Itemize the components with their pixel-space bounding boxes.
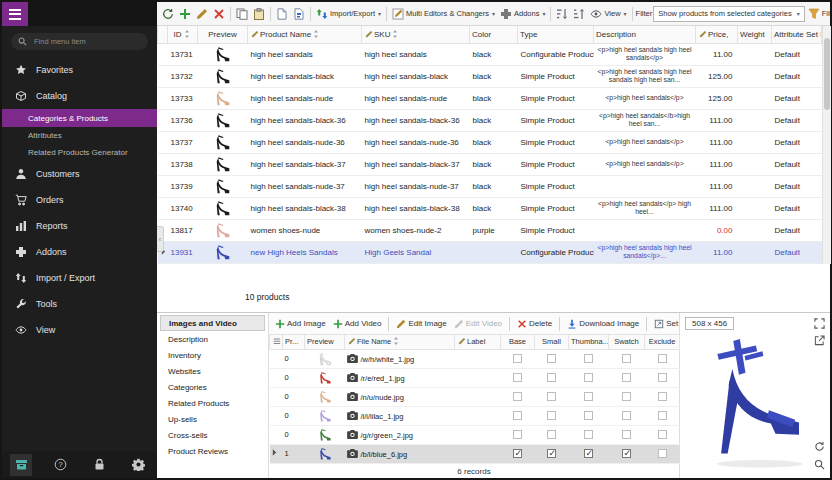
small-checkbox[interactable] bbox=[547, 411, 556, 420]
menu-toggle-button[interactable] bbox=[2, 2, 28, 26]
swatch-checkbox[interactable] bbox=[622, 354, 631, 363]
column-header-label[interactable]: Label bbox=[455, 335, 501, 349]
column-header-select[interactable] bbox=[270, 335, 283, 349]
image-row[interactable]: 1/b/l/blue_6.jpg bbox=[270, 444, 680, 463]
edit-image-button[interactable]: Edit Image bbox=[394, 317, 448, 331]
product-row[interactable]: 13736high heel sandals-black-36high heel… bbox=[158, 109, 822, 131]
detail-tab-product-reviews[interactable]: Product Reviews bbox=[160, 443, 265, 459]
base-checkbox[interactable] bbox=[513, 373, 522, 382]
rotate-icon[interactable] bbox=[814, 441, 825, 452]
product-row[interactable]: 13740high heel sandals-black-38high heel… bbox=[158, 197, 822, 219]
swatch-checkbox[interactable] bbox=[622, 449, 631, 458]
column-header-desc[interactable]: Description bbox=[594, 26, 696, 43]
sidebar-collapse-handle[interactable]: ‹ bbox=[157, 226, 164, 252]
column-header-type[interactable]: Type bbox=[518, 26, 594, 43]
detail-tab-websites[interactable]: Websites bbox=[160, 363, 265, 379]
image-row[interactable]: 0/g/r/green_2.jpg bbox=[270, 425, 680, 444]
product-row[interactable]: 13931new High Heels SandalsHigh Geels Sa… bbox=[158, 241, 822, 263]
edit-product-button[interactable] bbox=[194, 6, 210, 22]
thumbnail-checkbox[interactable] bbox=[584, 354, 593, 363]
detail-tab-inventory[interactable]: Inventory bbox=[160, 347, 265, 363]
column-header-color[interactable]: Color bbox=[470, 26, 518, 43]
base-checkbox[interactable] bbox=[513, 411, 522, 420]
exclude-checkbox[interactable] bbox=[658, 354, 667, 363]
download-image-button[interactable]: Download Image bbox=[565, 317, 641, 331]
small-checkbox[interactable] bbox=[547, 354, 556, 363]
small-checkbox[interactable] bbox=[547, 449, 556, 458]
column-header-exclude[interactable]: Exclude bbox=[645, 335, 680, 349]
refresh-button[interactable] bbox=[160, 6, 176, 22]
column-header-thumbnail[interactable]: Thumbna... bbox=[569, 335, 609, 349]
sidebar-item-orders[interactable]: Orders bbox=[2, 187, 157, 213]
column-header-priority[interactable]: Pr... bbox=[283, 335, 305, 349]
swatch-checkbox[interactable] bbox=[622, 430, 631, 439]
import-export-menu[interactable]: Import/Export▾ bbox=[314, 6, 383, 22]
small-checkbox[interactable] bbox=[547, 373, 556, 382]
export-grid-button[interactable] bbox=[274, 6, 290, 22]
product-row[interactable]: 13737high heel sandals-nude-36high heel … bbox=[158, 131, 822, 153]
sidebar-item-customers[interactable]: Customers bbox=[2, 161, 157, 187]
exclude-checkbox[interactable] bbox=[658, 392, 667, 401]
thumbnail-checkbox[interactable] bbox=[584, 373, 593, 382]
image-row[interactable]: 0/n/u/nude.jpg bbox=[270, 387, 680, 406]
sidebar-item-view[interactable]: View bbox=[2, 317, 157, 343]
sidebar-item-catalog[interactable]: Catalog bbox=[2, 83, 157, 109]
thumbnail-checkbox[interactable] bbox=[584, 430, 593, 439]
thumbnail-checkbox[interactable] bbox=[584, 411, 593, 420]
delete-product-button[interactable] bbox=[211, 6, 227, 22]
base-checkbox[interactable] bbox=[513, 392, 522, 401]
product-row[interactable]: 13739high heel sandals-nude-37high heel … bbox=[158, 175, 822, 197]
detail-tab-categories[interactable]: Categories bbox=[160, 379, 265, 395]
set-resize-rule-button[interactable]: Set Resize Rule▾ bbox=[652, 317, 679, 331]
lock-icon[interactable] bbox=[88, 454, 110, 476]
addons-menu[interactable]: Addons▾ bbox=[498, 6, 547, 22]
view-menu[interactable]: View▾ bbox=[588, 6, 628, 22]
delete-image-button[interactable]: Delete bbox=[515, 317, 554, 331]
sort-desc-button[interactable] bbox=[571, 6, 587, 22]
detail-tab-description[interactable]: Description bbox=[160, 331, 265, 347]
column-header-sku[interactable]: SKU bbox=[362, 26, 470, 43]
sidebar-search[interactable] bbox=[11, 33, 148, 50]
swatch-checkbox[interactable] bbox=[622, 392, 631, 401]
column-header-attr[interactable]: Attribute Set Name bbox=[772, 26, 822, 43]
detail-tab-cross-sells[interactable]: Cross-sells bbox=[160, 427, 265, 443]
image-row[interactable]: 0/r/e/red_1.jpg bbox=[270, 368, 680, 387]
product-photo[interactable] bbox=[692, 329, 814, 471]
detail-tab-up-sells[interactable]: Up-sells bbox=[160, 411, 265, 427]
filters-button[interactable]: Filters▾ bbox=[806, 6, 830, 22]
column-header-base[interactable]: Base bbox=[501, 335, 535, 349]
image-row[interactable]: 0/w/h/white_1.jpg bbox=[270, 349, 680, 368]
product-row[interactable]: 13731high heel sandalshigh heel sandalsb… bbox=[158, 43, 822, 65]
column-header-swatch[interactable]: Swatch bbox=[609, 335, 645, 349]
column-header-file[interactable]: File Name bbox=[345, 335, 455, 349]
product-row[interactable]: 13732high heel sandals-blackhigh heel sa… bbox=[158, 65, 822, 87]
swatch-checkbox[interactable] bbox=[622, 411, 631, 420]
exclude-checkbox[interactable] bbox=[658, 449, 667, 458]
product-row[interactable]: 13738high heel sandals-black-37high heel… bbox=[158, 153, 822, 175]
scrollbar-thumb[interactable] bbox=[824, 38, 830, 110]
base-checkbox[interactable] bbox=[513, 354, 522, 363]
search-input[interactable] bbox=[32, 36, 141, 47]
open-external-icon[interactable] bbox=[814, 335, 825, 346]
base-checkbox[interactable] bbox=[513, 430, 522, 439]
thumbnail-checkbox[interactable] bbox=[584, 449, 593, 458]
help-icon[interactable]: ? bbox=[49, 454, 71, 476]
detail-tab-related-products[interactable]: Related Products bbox=[160, 395, 265, 411]
add-product-button[interactable] bbox=[177, 6, 193, 22]
archive-icon[interactable] bbox=[10, 454, 32, 476]
exclude-checkbox[interactable] bbox=[658, 373, 667, 382]
multi-editors-menu[interactable]: Multi Editors & Changers▾ bbox=[390, 6, 497, 22]
exclude-checkbox[interactable] bbox=[658, 430, 667, 439]
fullscreen-icon[interactable] bbox=[814, 318, 825, 329]
sidebar-item-tools[interactable]: Tools bbox=[2, 291, 157, 317]
product-row[interactable]: 13733high heel sandals-nudehigh heel san… bbox=[158, 87, 822, 109]
column-header-preview[interactable]: Preview bbox=[198, 26, 248, 43]
swatch-checkbox[interactable] bbox=[622, 373, 631, 382]
sidebar-item-import-export[interactable]: Import / Export bbox=[2, 265, 157, 291]
sidebar-item-categories-products[interactable]: Categories & Products bbox=[2, 109, 157, 127]
copy-button[interactable] bbox=[234, 6, 250, 22]
exclude-checkbox[interactable] bbox=[658, 411, 667, 420]
print-button[interactable] bbox=[291, 6, 307, 22]
detail-tab-images-and-video[interactable]: Images and Video bbox=[160, 315, 265, 331]
add-video-button[interactable]: Add Video bbox=[331, 317, 384, 331]
